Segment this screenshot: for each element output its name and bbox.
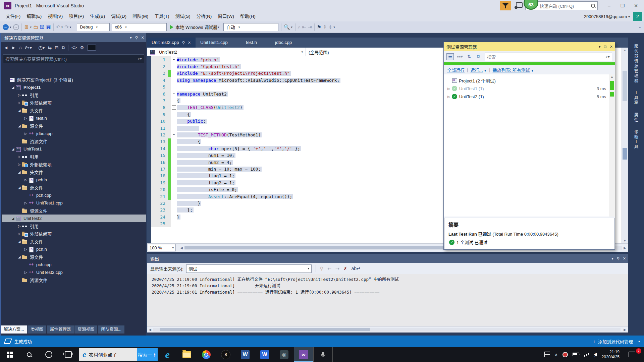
document-tab[interactable]: test.h — [241, 38, 270, 48]
clear-all-icon[interactable]: ✗ — [343, 266, 347, 271]
menu-item[interactable]: 测试(S) — [172, 12, 194, 20]
expand-icon[interactable]: ▲ — [638, 340, 641, 343]
network-tray-icon[interactable] — [582, 347, 592, 362]
menu-item[interactable]: 调试(D) — [108, 12, 129, 20]
show-desktop-button[interactable] — [642, 347, 644, 362]
properties-icon[interactable]: ⚙ — [80, 45, 84, 50]
taskbar-app-recorder[interactable] — [313, 347, 333, 362]
tree-item[interactable]: 解决方案'Project1' (3 个项目) — [2, 76, 146, 83]
tree-item[interactable]: ▷pch.h — [2, 245, 146, 253]
minimize-button[interactable]: – — [602, 1, 616, 10]
sync-icon[interactable]: ⇅ — [466, 54, 473, 60]
expander-icon[interactable]: ▷ — [23, 132, 28, 135]
browser-search-button[interactable]: 搜索一下 — [137, 348, 158, 361]
tree-item[interactable]: ◢头文件 — [2, 238, 146, 245]
expander-icon[interactable]: ▷ — [23, 116, 28, 120]
expander-icon[interactable]: ▷ — [23, 201, 28, 205]
collapse-toggle[interactable]: − — [171, 56, 177, 63]
copy-icon[interactable]: ⧉ — [62, 45, 65, 51]
test-row[interactable]: ▷✓UnitTest1 (1)3 ms — [444, 84, 615, 93]
word-wrap-icon[interactable]: ab↵ — [351, 266, 360, 271]
collapse-all-icon[interactable]: ⊟ — [55, 45, 59, 50]
sync-with-active-document-icon[interactable]: ⇆ — [48, 45, 52, 50]
tool-window-tab[interactable]: 团队资源... — [98, 325, 124, 334]
tree-item[interactable]: ◢Project1 — [2, 83, 146, 91]
tree-item[interactable]: 资源文件 — [2, 207, 146, 215]
navigate-back-button[interactable]: ← — [2, 23, 9, 31]
group-by-icon[interactable]: ☷▾ — [457, 54, 463, 60]
navigate-forward-code-button[interactable]: ⇥ — [307, 23, 313, 31]
output-horizontal-scrollbar[interactable]: ◀ ▶ — [147, 326, 628, 333]
new-project-button[interactable]: 🗏 — [23, 23, 30, 31]
tree-item[interactable]: ◢源文件 — [2, 253, 146, 261]
pending-changes-filter-icon[interactable]: ◷▾ — [38, 45, 45, 50]
collapse-toggle[interactable]: − — [171, 104, 177, 111]
switch-views-icon[interactable]: 🗁▾ — [25, 45, 32, 50]
bookmark-button[interactable]: ⚑ — [316, 23, 322, 31]
breakpoint-gutter[interactable] — [147, 56, 151, 243]
expander-icon[interactable]: ▷ — [446, 95, 451, 99]
add-to-source-control-button[interactable]: 添加到源代码管理 — [598, 338, 633, 345]
next-message-icon[interactable]: ⇢ — [335, 266, 339, 271]
test-row[interactable]: Project1 (2 个测试) — [444, 76, 615, 84]
maximize-icon[interactable]: ⊡ — [604, 45, 607, 49]
test-row[interactable]: ▷✓UnitTest2 (1)5 ms — [444, 93, 615, 101]
preview-selected-items-icon[interactable]: — — [87, 45, 96, 51]
taskbar-app-dark[interactable]: ◎ — [274, 347, 294, 362]
summary-passed-count[interactable]: ✓ 1 个测试 已通过 — [448, 239, 610, 245]
tree-item[interactable]: ◢UnitTest1 — [2, 145, 146, 153]
test-search-input[interactable]: 搜索 ⌕▾ — [485, 53, 612, 61]
tree-item[interactable]: ▷UnitTest1.cpp — [2, 199, 146, 207]
output-source-dropdown[interactable]: 测试▾ — [186, 264, 312, 273]
run-link[interactable]: 运行...▼ — [470, 67, 487, 73]
tree-item[interactable]: ▷外部依赖项 — [2, 230, 146, 238]
scroll-up-icon[interactable]: ▲ — [609, 75, 615, 78]
right-tool-tab[interactable]: 工具箱 — [633, 90, 639, 105]
chevron-down-icon[interactable]: ▾ — [291, 25, 293, 29]
navigate-backward-code-button[interactable]: ⇤ — [301, 23, 307, 31]
right-tool-tab[interactable]: 诊断工具 — [633, 130, 639, 149]
tree-item[interactable]: 资源文件 — [2, 137, 146, 145]
toolbar-overflow-icon[interactable]: ⌄ — [639, 25, 641, 29]
window-position-icon[interactable]: ▾ — [130, 36, 132, 40]
funnel-filter-icon[interactable] — [500, 1, 511, 10]
menu-item[interactable]: 文件(F) — [3, 12, 23, 20]
hidden-icons-chevron[interactable]: ∧ — [552, 347, 560, 362]
tree-item[interactable]: ◢头文件 — [2, 168, 146, 176]
cortana-button[interactable] — [39, 347, 58, 362]
menu-item[interactable]: 生成(B) — [87, 12, 108, 20]
expander-icon[interactable]: ▷ — [23, 270, 28, 274]
menu-item[interactable]: 帮助(H) — [237, 12, 259, 20]
scroll-up-icon[interactable]: ▲ — [622, 49, 628, 52]
scroll-right-icon[interactable]: ▶ — [622, 246, 628, 250]
forward-icon[interactable]: ► — [11, 45, 16, 50]
close-button[interactable]: ✕ — [629, 1, 643, 10]
profiler-button[interactable]: 🔍 — [283, 23, 291, 31]
group-by-hierarchy-icon[interactable]: ☰ — [446, 53, 454, 60]
tree-item[interactable]: ▷引用 — [2, 91, 146, 99]
close-icon[interactable]: ✕ — [623, 256, 626, 261]
volume-tray-icon[interactable] — [592, 347, 599, 362]
taskbar-app-8ball[interactable]: 8 — [216, 347, 235, 362]
browser-search-widget[interactable]: e 农村创业点子 搜索一下 — [79, 348, 158, 361]
types-dropdown[interactable]: UnitTest2 ▾ — [147, 48, 306, 56]
tool-window-tab[interactable]: 资源视图 — [74, 325, 97, 334]
tree-item[interactable]: ◢头文件 — [2, 107, 146, 114]
tool-window-tab[interactable]: 属性管理器 — [47, 325, 74, 334]
right-tool-tab[interactable]: 服务器资源管理器 — [633, 44, 639, 83]
configuration-dropdown[interactable]: Debug▾ — [77, 23, 110, 31]
scrollbar-thumb[interactable] — [160, 328, 370, 331]
save-all-button[interactable]: 🖬 — [45, 23, 52, 31]
back-icon[interactable]: ◄ — [4, 45, 8, 50]
zoom-dropdown[interactable]: 100 %▾ — [148, 244, 176, 251]
menu-item[interactable]: 工具(T) — [151, 12, 172, 20]
tree-item[interactable]: ▷pch.h — [2, 176, 146, 184]
collapse-minus-icon[interactable]: − — [172, 92, 176, 96]
expander-icon[interactable]: ▷ — [23, 178, 28, 182]
solution-search-input[interactable]: 搜索解决方案资源管理器(Ctrl+;) ⌕▾ — [3, 54, 144, 63]
editor-vertical-scrollbar[interactable]: ▲ ▼ — [622, 48, 628, 243]
scrollbar-thumb[interactable] — [184, 246, 455, 249]
find-message-icon[interactable]: ⚲ — [320, 266, 323, 271]
right-tool-tab[interactable]: 属性 — [633, 113, 639, 122]
redo-button[interactable]: ↷ — [64, 23, 69, 31]
